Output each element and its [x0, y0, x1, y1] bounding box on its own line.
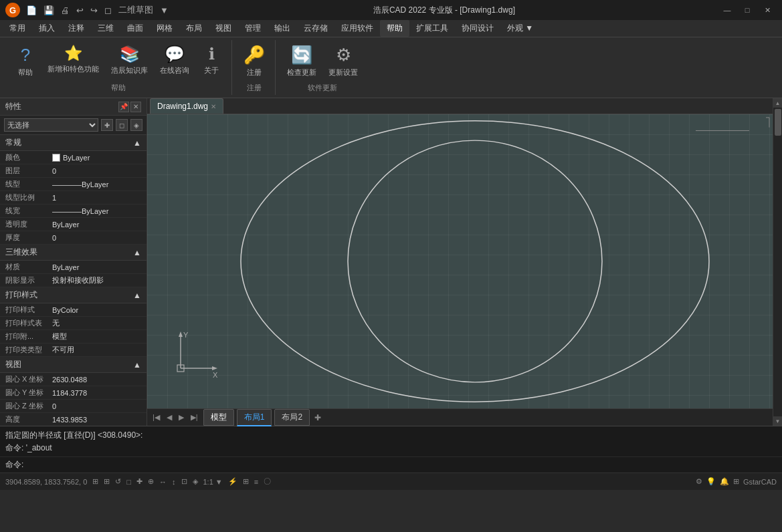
- ribbon-btn-newfeatures[interactable]: ⭐ 新增和特色功能: [44, 43, 102, 76]
- status-grid-icon[interactable]: ⊞: [104, 477, 110, 486]
- drawing-type-dropdown[interactable]: 二维草图: [116, 3, 155, 17]
- close-button[interactable]: ✕: [758, 3, 777, 17]
- status-rotate-icon[interactable]: ↺: [115, 477, 121, 486]
- section-print[interactable]: 打印样式 ▲: [0, 287, 146, 303]
- status-polar-icon[interactable]: ⊕: [148, 477, 154, 486]
- menu-yuncc[interactable]: 云存储: [297, 20, 334, 37]
- nav-next-button[interactable]: ▶: [176, 412, 187, 423]
- drawing-canvas[interactable]: Y X: [147, 114, 773, 408]
- command-area: 指定圆的半径或 [直径(D)] <308.0490>: 命令: '_about …: [0, 426, 782, 473]
- prop-row-color: 颜色 ByLayer: [0, 151, 146, 164]
- canvas-tab-close[interactable]: ✕: [211, 103, 216, 110]
- new-icon[interactable]: 📄: [24, 4, 39, 17]
- undo-icon[interactable]: ↩: [74, 4, 86, 17]
- menu-shitu[interactable]: 视图: [209, 20, 238, 37]
- settings-gear-icon[interactable]: ⚙: [696, 477, 702, 486]
- print-icon[interactable]: 🖨: [59, 4, 72, 17]
- minimize-button[interactable]: —: [718, 3, 737, 17]
- section-general[interactable]: 常规 ▲: [0, 135, 146, 151]
- redo-icon[interactable]: ↪: [88, 4, 100, 17]
- ribbon-btn-consult[interactable]: 💬 在线咨询: [157, 43, 193, 78]
- nav-prev-button[interactable]: ◀: [164, 412, 175, 423]
- status-dyn-icon[interactable]: ⊡: [181, 477, 187, 486]
- props-icon-btn2[interactable]: ◻: [116, 119, 128, 131]
- properties-selector[interactable]: 无选择: [4, 118, 98, 132]
- status-lweight-icon[interactable]: ◈: [193, 477, 198, 486]
- menu-guanli[interactable]: 管理: [238, 20, 268, 37]
- ribbon-group-register: 🔑 注册 注册: [233, 40, 276, 95]
- section-3d[interactable]: 三维效果 ▲: [0, 245, 146, 261]
- prop-row-cx: 圆心 X 坐标 2630.0488: [0, 373, 146, 386]
- status-cross-icon[interactable]: ✚: [136, 477, 142, 486]
- canvas-tabs: Drawing1.dwg ✕: [147, 98, 773, 114]
- nav-tab-model[interactable]: 模型: [203, 409, 234, 426]
- status-grid2-icon[interactable]: ⊞: [243, 477, 249, 486]
- ribbon: ? 帮助 ⭐ 新增和特色功能 📚 浩辰知识库 💬 在线咨询 ℹ 关于: [0, 37, 782, 98]
- nav-last-button[interactable]: ▶|: [188, 412, 201, 423]
- dropdown-arrow-icon[interactable]: ▼: [158, 4, 171, 17]
- layout-icon[interactable]: ⊞: [733, 477, 739, 486]
- status-list-icon[interactable]: ≡: [254, 478, 258, 486]
- status-ducs-icon[interactable]: ↕: [172, 478, 176, 486]
- props-pin-button[interactable]: 📌: [118, 102, 129, 112]
- info-icon: ℹ: [209, 45, 215, 63]
- status-snap-icon[interactable]: ⊞: [92, 477, 98, 486]
- prop-row-material: 材质 ByLayer: [0, 261, 146, 274]
- properties-body: 常规 ▲ 颜色 ByLayer 图层 0 线型 ————ByLayer 线型比例: [0, 135, 146, 426]
- ribbon-btn-knowledge[interactable]: 📚 浩辰知识库: [108, 43, 151, 78]
- nav-add-layout-button[interactable]: ✚: [311, 412, 324, 424]
- prop-row-cz: 圆心 Z 坐标 0: [0, 400, 146, 413]
- section-view[interactable]: 视图 ▲: [0, 357, 146, 373]
- menu-charu[interactable]: 插入: [32, 20, 62, 37]
- menu-changyong[interactable]: 常用: [3, 20, 32, 37]
- ribbon-btn-help[interactable]: ? 帮助: [12, 43, 39, 80]
- ribbon-btn-register[interactable]: 🔑 注册: [240, 43, 268, 80]
- nav-first-button[interactable]: |◀: [150, 412, 163, 423]
- nav-tab-layout1[interactable]: 布局1: [237, 409, 272, 426]
- canvas-tab-label: Drawing1.dwg: [157, 102, 208, 111]
- canvas-tab-drawing1[interactable]: Drawing1.dwg ✕: [150, 98, 223, 114]
- status-otrack-icon[interactable]: ↔: [159, 478, 167, 486]
- properties-header: 特性 📌 ✕: [0, 98, 146, 116]
- ribbon-btn-about[interactable]: ℹ 关于: [198, 43, 225, 78]
- coordinate-axis: Y X: [167, 328, 221, 382]
- menu-xietong[interactable]: 协同设计: [455, 20, 500, 37]
- book-icon: 📚: [120, 45, 140, 63]
- menu-shuchu[interactable]: 输出: [268, 20, 297, 37]
- save-icon[interactable]: 💾: [41, 4, 56, 17]
- menu-wangge[interactable]: 网格: [150, 20, 179, 37]
- titlebar-left: G 📄 💾 🖨 ↩ ↪ ◻ 二维草图 ▼: [5, 3, 171, 17]
- lightbulb-icon[interactable]: 💡: [706, 477, 716, 486]
- menu-qumian[interactable]: 曲面: [120, 20, 150, 37]
- restore-button[interactable]: □: [738, 3, 757, 17]
- scroll-track[interactable]: [773, 108, 782, 416]
- svg-marker-6: [179, 331, 183, 337]
- nav-tab-layout2[interactable]: 布局2: [274, 409, 310, 426]
- bell-icon[interactable]: 🔔: [720, 477, 729, 486]
- svg-marker-9: [212, 366, 217, 370]
- window-title: 浩辰CAD 2022 专业版 - [Drawing1.dwg]: [171, 5, 718, 16]
- menu-kuozhan[interactable]: 扩展工具: [409, 20, 455, 37]
- props-icon-btn3[interactable]: ◈: [130, 119, 142, 131]
- menu-app[interactable]: 应用软件: [334, 20, 380, 37]
- status-scale[interactable]: 1:1 ▼: [203, 478, 223, 486]
- menu-waiguan[interactable]: 外观 ▼: [500, 20, 540, 37]
- props-close-button[interactable]: ✕: [130, 102, 141, 112]
- statusbar-left: 3904.8589, 1833.7562, 0 ⊞ ⊞ ↺ □ ✚ ⊕ ↔ ↕ …: [5, 477, 271, 487]
- scroll-down-button[interactable]: ▼: [773, 416, 783, 426]
- status-rect-icon[interactable]: □: [126, 478, 131, 486]
- status-circle-icon[interactable]: 〇: [264, 477, 271, 487]
- view-icon[interactable]: ◻: [102, 4, 114, 17]
- status-thunder-icon[interactable]: ⚡: [228, 477, 237, 486]
- command-input[interactable]: [26, 460, 777, 470]
- props-icon-btn1[interactable]: ✚: [101, 119, 113, 131]
- command-input-row: 命令:: [0, 456, 782, 473]
- ribbon-btn-updatesettings[interactable]: ⚙ 更新设置: [325, 43, 361, 80]
- menu-sanwei[interactable]: 三维: [91, 20, 120, 37]
- scroll-up-button[interactable]: ▲: [773, 98, 783, 108]
- ribbon-btn-checkupdate[interactable]: 🔄 检查更新: [284, 43, 320, 80]
- menu-zhushi[interactable]: 注释: [62, 20, 91, 37]
- menu-bangzhu[interactable]: 帮助: [380, 20, 409, 37]
- section-view-collapse-icon: ▲: [133, 360, 141, 370]
- menu-buju[interactable]: 布局: [179, 20, 209, 37]
